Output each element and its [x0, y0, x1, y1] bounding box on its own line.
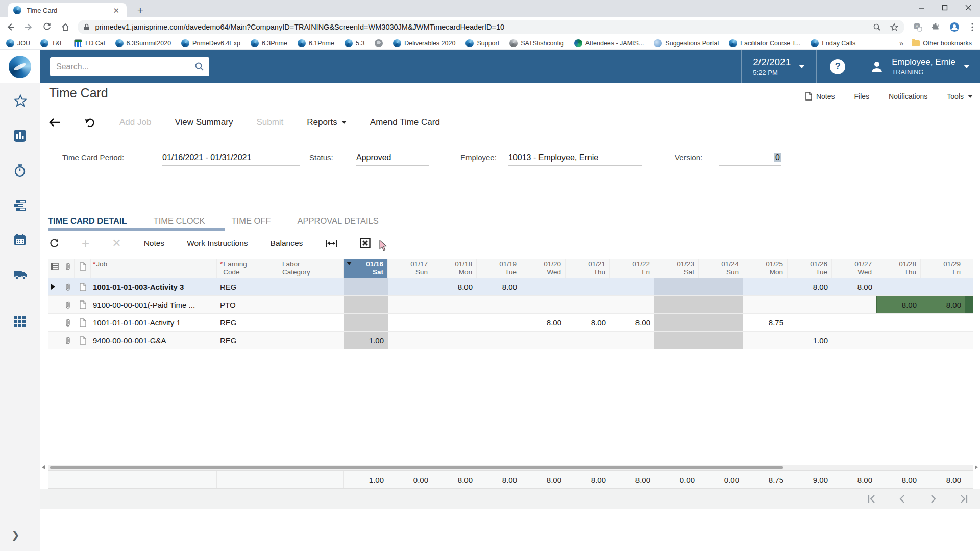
bookmark-item[interactable]: SATStishconfig — [509, 39, 564, 47]
amend-time-card-button[interactable]: Amend Time Card — [370, 117, 440, 128]
hours-cell-01-16[interactable] — [344, 314, 388, 331]
extensions-icon[interactable] — [928, 19, 944, 35]
hours-cell-01-16[interactable]: 1.00 — [344, 332, 388, 349]
first-page-icon[interactable] — [867, 494, 877, 504]
user-menu[interactable]: Employee, Ernie TRAINING — [859, 57, 980, 76]
global-search[interactable] — [50, 57, 209, 76]
home-icon[interactable] — [58, 19, 73, 35]
column-header-01-27[interactable]: 01/27Wed — [832, 259, 876, 278]
reports-menu[interactable]: Reports — [307, 117, 347, 128]
sidebar-expand-chevron[interactable]: ❯ — [11, 529, 20, 541]
url-field[interactable]: primedev1.jamisprime.com/davedemo64/Main… — [78, 20, 904, 34]
hours-cell-01-21[interactable] — [566, 278, 610, 295]
window-minimize-button[interactable] — [910, 0, 933, 15]
grid-row[interactable]: 9100-00-00-001(-Paid Time ...PTO8.008.00 — [48, 296, 973, 314]
tools-menu[interactable]: Tools — [947, 92, 973, 101]
status-value[interactable]: Approved — [356, 153, 429, 166]
grid-notes-button[interactable]: Notes — [144, 239, 165, 248]
hours-cell-01-27[interactable] — [832, 314, 876, 331]
bookmark-item[interactable]: Support — [465, 39, 499, 47]
earning-code-cell[interactable]: REG — [217, 314, 279, 331]
hours-cell-01-24[interactable] — [699, 314, 743, 331]
hours-cell-01-25[interactable] — [743, 332, 788, 349]
files-link[interactable]: Files — [854, 92, 869, 101]
balances-button[interactable]: Balances — [271, 239, 303, 248]
hours-cell-01-28[interactable] — [876, 332, 921, 349]
column-header-01-25[interactable]: 01/25Mon — [743, 259, 788, 278]
bookmark-item[interactable]: Facilitator Course T... — [729, 39, 800, 47]
column-header-01-24[interactable]: 01/24Sun — [699, 259, 743, 278]
sidebar-item-shipping[interactable] — [13, 268, 27, 281]
hours-cell-01-23[interactable] — [654, 332, 699, 349]
hours-cell-01-18[interactable] — [432, 314, 477, 331]
hours-cell-01-25[interactable]: 8.75 — [743, 314, 788, 331]
sidebar-item-time[interactable] — [13, 164, 27, 177]
sidebar-item-apps[interactable] — [13, 315, 27, 328]
grid-row[interactable]: 1001-01-01-003-Activity 3REG8.008.008.00… — [48, 278, 973, 296]
hours-cell-01-20[interactable] — [521, 278, 566, 295]
forward-icon[interactable] — [21, 19, 37, 35]
bookmark-item[interactable] — [375, 39, 383, 47]
back-arrow-button[interactable] — [49, 118, 61, 127]
sidebar-item-dashboard[interactable] — [13, 129, 27, 142]
expand-cell[interactable] — [48, 278, 61, 295]
refresh-button[interactable] — [49, 238, 59, 248]
hours-cell-01-17[interactable] — [388, 332, 432, 349]
hours-cell-01-28[interactable] — [876, 314, 921, 331]
hours-cell-01-29[interactable] — [921, 314, 965, 331]
grid-row[interactable]: 1001-01-01-001-Activity 1REG8.008.008.00… — [48, 314, 973, 332]
hours-cell-01-24[interactable] — [699, 278, 743, 295]
search-input[interactable] — [55, 62, 194, 72]
column-header-01-19[interactable]: 01/19Tue — [477, 259, 521, 278]
hours-cell-01-26[interactable]: 1.00 — [788, 332, 832, 349]
browser-tab[interactable]: Time Card ✕ — [8, 3, 127, 17]
earning-code-cell[interactable]: REG — [217, 278, 279, 295]
tab-approval-details[interactable]: APPROVAL DETAILS — [297, 216, 378, 226]
sidebar-item-favorites[interactable] — [13, 94, 27, 108]
expand-cell[interactable] — [48, 314, 61, 331]
next-page-icon[interactable] — [928, 494, 938, 504]
hours-cell-01-22[interactable] — [610, 332, 654, 349]
scroll-right-icon[interactable] — [975, 465, 978, 469]
notifications-link[interactable]: Notifications — [889, 92, 927, 101]
hours-cell-01-16[interactable] — [344, 296, 388, 313]
expand-cell[interactable] — [48, 332, 61, 349]
bookmark-item[interactable]: 5.3 — [345, 39, 364, 47]
hours-cell-01-23[interactable] — [654, 314, 699, 331]
document-icon[interactable] — [75, 296, 91, 313]
grid-settings-icon[interactable] — [48, 259, 61, 278]
column-header-01-28[interactable]: 01/28Thu — [876, 259, 921, 278]
sidebar-item-tasks[interactable] — [13, 198, 27, 212]
scroll-left-icon[interactable] — [42, 465, 45, 469]
reload-icon[interactable] — [39, 19, 55, 35]
hours-cell-01-20[interactable] — [521, 296, 566, 313]
tab-time-clock[interactable]: TIME CLOCK — [154, 216, 205, 226]
submit-button[interactable]: Submit — [256, 117, 283, 128]
excel-export-icon[interactable] — [360, 238, 371, 248]
bookmark-item[interactable]: LD Cal — [74, 39, 105, 47]
hours-cell-01-29[interactable] — [921, 332, 965, 349]
column-header-labor-category[interactable]: Labor Category — [279, 259, 344, 278]
job-cell[interactable]: 1001-01-01-003-Activity 3 — [91, 278, 217, 295]
zoom-icon[interactable] — [873, 23, 881, 31]
document-icon[interactable] — [75, 314, 91, 331]
work-instructions-button[interactable]: Work Instructions — [187, 239, 248, 248]
column-header-01-17[interactable]: 01/17Sun — [388, 259, 432, 278]
fit-width-icon[interactable] — [325, 239, 337, 248]
scrollbar-thumb[interactable] — [50, 466, 783, 469]
add-row-icon[interactable]: + — [82, 238, 89, 248]
hours-cell-01-22[interactable]: 8.00 — [610, 314, 654, 331]
hours-cell-01-19[interactable] — [477, 296, 521, 313]
expand-cell[interactable] — [48, 296, 61, 313]
delete-row-icon[interactable]: ✕ — [112, 238, 121, 248]
paperclip-icon[interactable] — [61, 278, 75, 295]
column-header-01-26[interactable]: 01/26Tue — [788, 259, 832, 278]
hours-cell-01-28[interactable]: 8.00 — [876, 296, 921, 313]
hours-cell-01-24[interactable] — [699, 296, 743, 313]
hours-cell-01-22[interactable] — [610, 278, 654, 295]
notes-link[interactable]: Notes — [805, 92, 835, 101]
column-header-earning-code[interactable]: *Earning Code — [217, 259, 279, 278]
column-header-01-22[interactable]: 01/22Fri — [610, 259, 654, 278]
hours-cell-01-23[interactable] — [654, 296, 699, 313]
hours-cell-01-20[interactable]: 8.00 — [521, 314, 566, 331]
